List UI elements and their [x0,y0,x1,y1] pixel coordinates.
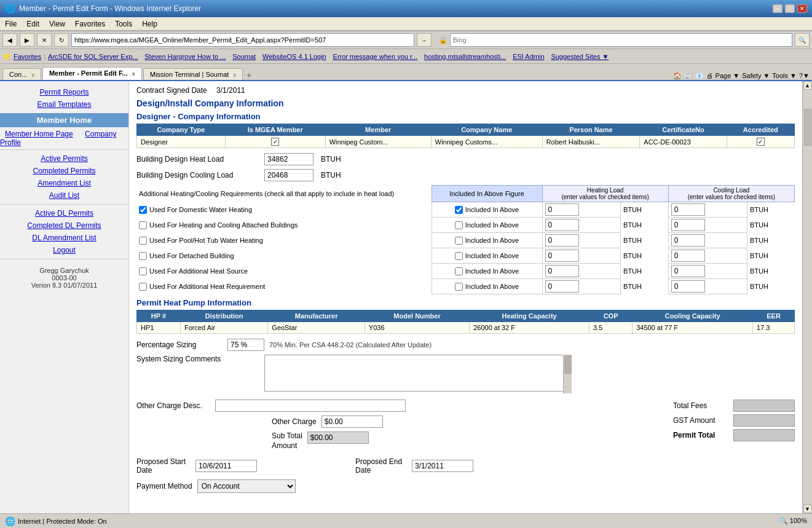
minimize-button[interactable]: ─ [773,4,782,13]
sidebar-item-audit-list[interactable]: Audit List [0,189,128,202]
included-check-2[interactable] [455,237,463,245]
scroll-thumb[interactable] [804,109,811,146]
sidebar-item-amendment-list[interactable]: Amendment List [0,177,128,189]
sidebar-item-dl-amendment-list[interactable]: DL Amendment List [0,232,128,244]
sidebar-user: Gregg Garychuk 0003-00 Verion 8.3 01/07/… [0,262,128,294]
tools-menu-tb[interactable]: Tools ▼ [772,72,797,80]
file-menu[interactable]: File [0,18,22,30]
cell-company-name: Winnipeg Customs... [431,136,542,148]
percentage-sizing-label: Percentage Sizing [136,341,223,349]
fav-hosting[interactable]: hosting.mtsallstreamhosti... [424,53,506,60]
is-mgea-checkbox[interactable] [271,138,279,146]
total-fees-input[interactable] [733,400,795,412]
fav-websiteos[interactable]: WebsiteOS 4.1 Login [262,53,326,60]
sidebar-item-completed-permits[interactable]: Completed Permits [0,165,128,177]
back-button[interactable]: ◀ [2,33,17,47]
stop-button[interactable]: ✕ [37,33,52,47]
req-check-2[interactable] [139,237,147,245]
scroll-up-button[interactable]: ▲ [803,81,812,90]
maximize-button[interactable]: □ [785,4,795,13]
cell-member: Winnipeg Custom... [325,136,431,148]
tools-menu[interactable]: Tools [110,18,137,30]
accredited-checkbox[interactable] [757,138,765,146]
heating-val-4[interactable] [545,265,579,277]
gst-amount-input[interactable] [733,414,795,427]
fav-favorites[interactable]: Favorites [14,53,41,60]
heating-val-3[interactable] [545,250,579,262]
help-menu-tb[interactable]: ?▼ [799,72,810,80]
cell-accredited [727,136,794,148]
tab-con-close[interactable]: x [31,72,34,78]
req-check-4[interactable] [139,267,147,275]
included-label-4: Included In Above [465,267,519,275]
tab-permit-edit[interactable]: Member - Permit Edit F... x [42,67,142,80]
sidebar-item-permit-reports[interactable]: Permit Reports [0,86,128,98]
included-check-5[interactable] [455,283,463,291]
sidebar-section-member-home[interactable]: Member Home [0,113,128,127]
included-check-1[interactable] [455,221,463,229]
cooling-val-4[interactable] [671,265,705,277]
help-menu[interactable]: Help [137,18,162,30]
heating-val-2[interactable] [545,234,579,246]
proposed-end-date-input[interactable] [412,460,473,472]
fav-arcsde[interactable]: ArcSDE for SQL Server Exp... [48,53,138,60]
close-button[interactable]: ✕ [797,4,807,13]
fav-suggested[interactable]: Suggested Sites ▼ [551,53,609,60]
new-tab-button[interactable]: + [246,70,251,80]
included-check-3[interactable] [455,252,463,260]
sidebar-item-completed-dl-permits[interactable]: Completed DL Permits [0,219,128,232]
system-comments-textarea[interactable] [264,355,572,392]
other-charge-desc-input[interactable] [215,400,406,412]
req-check-0[interactable] [139,206,147,214]
req-check-1[interactable] [139,221,147,229]
fav-error[interactable]: Error message when you r... [333,53,418,60]
page-menu[interactable]: Page ▼ [715,72,740,80]
tab-mission[interactable]: Mission Terminal | Soumat x [143,68,243,80]
cooling-val-2[interactable] [671,234,705,246]
sidebar-item-active-dl-permits[interactable]: Active DL Permits [0,207,128,219]
vertical-scrollbar[interactable]: ▲ ▼ [802,81,812,513]
forward-button[interactable]: ▶ [20,33,34,47]
cooling-val-0[interactable] [671,203,705,216]
included-check-4[interactable] [455,267,463,275]
search-input[interactable] [450,33,793,47]
proposed-start-date-input[interactable] [195,460,257,472]
tab-con[interactable]: Con... x [2,68,41,80]
included-check-0[interactable] [455,206,463,214]
cooling-load-input[interactable] [264,169,313,181]
tab-mission-close[interactable]: x [233,72,236,78]
heat-load-input[interactable] [264,153,313,165]
heating-val-5[interactable] [545,280,579,293]
sidebar-item-active-permits[interactable]: Active Permits [0,152,128,165]
cooling-val-3[interactable] [671,250,705,262]
search-button[interactable]: 🔍 [795,33,810,47]
safety-menu[interactable]: Safety ▼ [742,72,770,80]
heating-val-1[interactable] [545,219,579,231]
fav-steven[interactable]: Steven Hargrove How to ... [144,53,226,60]
hp-col-model: Model Number [365,310,469,322]
cooling-val-5[interactable] [671,280,705,293]
payment-method-select[interactable]: On Account Credit Card Cheque Cash [197,479,296,493]
cooling-val-1[interactable] [671,219,705,231]
view-menu[interactable]: View [44,18,70,30]
address-input[interactable] [71,33,414,47]
tab-permit-edit-close[interactable]: x [132,71,135,77]
req-check-5[interactable] [139,283,147,291]
heating-val-0[interactable] [545,203,579,216]
go-button[interactable]: → [417,33,432,47]
scroll-down-button[interactable]: ▼ [803,505,812,513]
refresh-button[interactable]: ↻ [54,33,69,47]
edit-menu[interactable]: Edit [22,18,44,30]
sidebar-item-logout[interactable]: Logout [0,244,128,256]
proposed-start-date-label: Proposed Start [136,457,186,466]
sidebar-item-email-templates[interactable]: Email Templates [0,98,128,111]
favorites-menu[interactable]: Favorites [70,18,110,30]
sub-total-input[interactable] [307,431,369,444]
other-charge-value-input[interactable] [321,416,383,428]
fav-esi[interactable]: ESI Admin [513,53,544,60]
percentage-sizing-input[interactable] [227,339,264,351]
fav-soumat[interactable]: Soumat [232,53,256,60]
req-check-3[interactable] [139,252,147,260]
req-label-5: Used For Additional Heat Requirement [149,283,265,290]
permit-total-input[interactable] [733,429,795,441]
